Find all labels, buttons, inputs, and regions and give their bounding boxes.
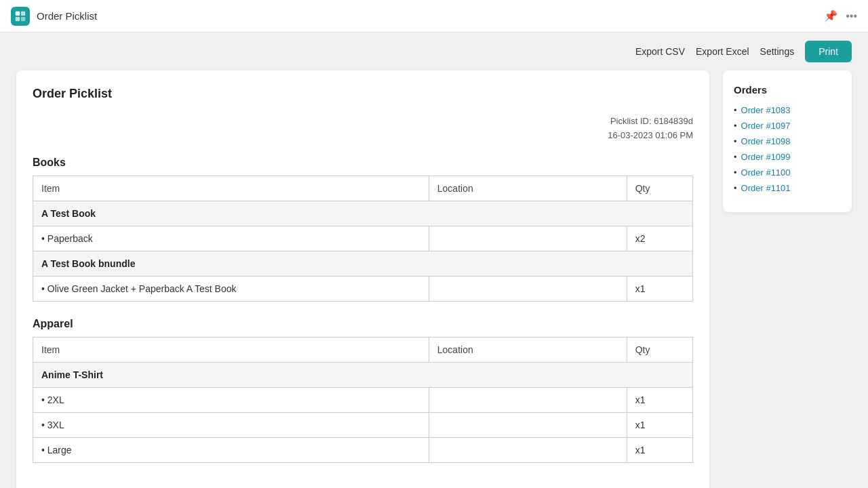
order-link[interactable]: Order #1098 — [741, 136, 791, 146]
sidebar-title: Orders — [734, 84, 841, 96]
row-item-name: • Olive Green Jacket + Paperback A Test … — [33, 276, 429, 301]
group-name: A Test Book — [33, 201, 693, 226]
group-name: Anime T-Shirt — [33, 362, 693, 387]
books-table: Item Location Qty A Test Book • Paperbac… — [33, 176, 693, 302]
books-col-location: Location — [429, 176, 627, 201]
list-item: Order #1101 — [734, 183, 841, 193]
app-icon — [11, 7, 30, 26]
row-item-location — [429, 412, 627, 437]
row-item-qty: x1 — [627, 412, 692, 437]
order-link[interactable]: Order #1083 — [741, 105, 791, 115]
row-item-location — [429, 276, 627, 301]
table-row: • Olive Green Jacket + Paperback A Test … — [33, 276, 693, 301]
table-row: • Paperback x2 — [33, 226, 693, 251]
app-title: Order Picklist — [37, 10, 97, 22]
books-col-qty: Qty — [627, 176, 692, 201]
list-item: Order #1098 — [734, 136, 841, 146]
sidebar: Orders Order #1083 Order #1097 Order #10… — [723, 70, 852, 212]
pin-icon[interactable]: 📌 — [824, 9, 837, 22]
row-item-name: • Paperback — [33, 226, 429, 251]
list-item: Order #1097 — [734, 121, 841, 131]
svg-rect-3 — [21, 16, 25, 20]
row-item-qty: x2 — [627, 226, 692, 251]
table-row: A Test Book bnundle — [33, 251, 693, 276]
top-bar-actions: 📌 ••• — [824, 9, 857, 22]
apparel-col-item: Item — [33, 337, 429, 362]
more-options-icon[interactable]: ••• — [846, 10, 857, 22]
list-item: Order #1099 — [734, 152, 841, 162]
main-layout: Order Picklist Picklist ID: 6184839d 16-… — [0, 70, 868, 488]
orders-list: Order #1083 Order #1097 Order #1098 Orde… — [734, 105, 841, 193]
row-item-location — [429, 226, 627, 251]
svg-rect-0 — [16, 11, 20, 15]
top-bar: Order Picklist 📌 ••• — [0, 0, 868, 33]
export-excel-button[interactable]: Export Excel — [696, 46, 749, 57]
table-row: • 3XL x1 — [33, 412, 693, 437]
apparel-col-location: Location — [429, 337, 627, 362]
row-item-qty: x1 — [627, 276, 692, 301]
settings-button[interactable]: Settings — [760, 46, 795, 57]
export-csv-button[interactable]: Export CSV — [635, 46, 685, 57]
toolbar: Export CSV Export Excel Settings Print — [0, 33, 868, 70]
page-title: Order Picklist — [33, 87, 693, 101]
picklist-header: Picklist ID: 6184839d 16-03-2023 01:06 P… — [33, 115, 693, 143]
table-row: • Large x1 — [33, 437, 693, 462]
print-button[interactable]: Print — [805, 41, 852, 62]
picklist-date: 16-03-2023 01:06 PM — [608, 129, 693, 143]
section-books-title: Books — [33, 157, 693, 169]
order-link[interactable]: Order #1100 — [741, 167, 791, 178]
table-row: • 2XL x1 — [33, 387, 693, 412]
svg-rect-2 — [16, 16, 20, 20]
group-name: A Test Book bnundle — [33, 251, 693, 276]
list-item: Order #1083 — [734, 105, 841, 115]
order-link[interactable]: Order #1099 — [741, 152, 791, 162]
apparel-col-qty: Qty — [627, 337, 692, 362]
row-item-qty: x1 — [627, 437, 692, 462]
content-panel: Order Picklist Picklist ID: 6184839d 16-… — [16, 70, 709, 488]
order-link[interactable]: Order #1097 — [741, 121, 791, 131]
apparel-table: Item Location Qty Anime T-Shirt • 2XL x1… — [33, 337, 693, 463]
svg-rect-1 — [21, 11, 25, 15]
picklist-id: Picklist ID: 6184839d — [608, 115, 693, 129]
section-apparel-title: Apparel — [33, 318, 693, 330]
table-row: A Test Book — [33, 201, 693, 226]
row-item-name: • 3XL — [33, 412, 429, 437]
books-col-item: Item — [33, 176, 429, 201]
row-item-location — [429, 387, 627, 412]
row-item-name: • 2XL — [33, 387, 429, 412]
order-link[interactable]: Order #1101 — [741, 183, 791, 193]
row-item-qty: x1 — [627, 387, 692, 412]
row-item-name: • Large — [33, 437, 429, 462]
list-item: Order #1100 — [734, 167, 841, 178]
row-item-location — [429, 437, 627, 462]
table-row: Anime T-Shirt — [33, 362, 693, 387]
